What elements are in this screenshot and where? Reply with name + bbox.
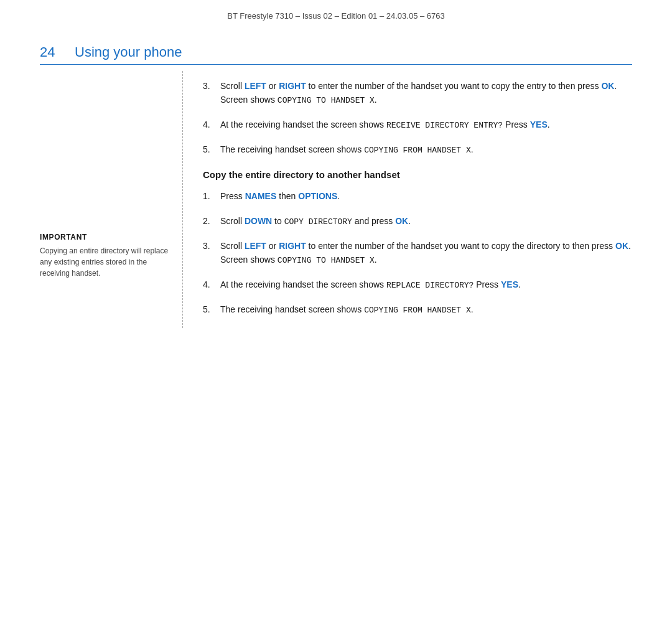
- keyword-ok: OK: [615, 241, 628, 251]
- keyword-yes: YES: [501, 279, 518, 289]
- step-text: Press NAMES then OPTIONS.: [220, 190, 632, 204]
- step-num: 2.: [203, 215, 215, 228]
- keyword-yes: YES: [530, 120, 548, 129]
- page-header: BT Freestyle 7310 – Issus 02 – Edition 0…: [0, 0, 672, 27]
- step-text: At the receiving handset the screen show…: [220, 118, 632, 132]
- screen-text: COPYING FROM HANDSET X: [364, 306, 471, 315]
- step-num: 1.: [203, 190, 215, 204]
- step-num: 5.: [203, 303, 215, 317]
- keyword-down: DOWN: [245, 216, 272, 226]
- step-3-entry: 3. Scroll LEFT or RIGHT to enter the num…: [203, 80, 632, 107]
- chapter-title: Using your phone: [75, 44, 182, 60]
- chapter-number: 24: [40, 44, 62, 60]
- keyword-names: NAMES: [245, 191, 277, 201]
- step-text: The receiving handset screen shows COPYI…: [220, 143, 632, 157]
- important-text: Copying an entire directory will replace…: [40, 245, 170, 279]
- page-container: BT Freestyle 7310 – Issus 02 – Edition 0…: [0, 0, 672, 638]
- keyword-right: RIGHT: [279, 241, 306, 251]
- header-text: BT Freestyle 7310 – Issus 02 – Edition 0…: [227, 11, 445, 21]
- step-4-dir: 4. At the receiving handset the screen s…: [203, 278, 632, 292]
- step-1-dir: 1. Press NAMES then OPTIONS.: [203, 190, 632, 204]
- step-text: Scroll LEFT or RIGHT to enter the number…: [220, 240, 632, 267]
- copy-directory-heading: Copy the entire directory to another han…: [203, 169, 632, 180]
- step-text: Scroll DOWN to COPY DIRECTORY and press …: [220, 215, 632, 228]
- step-5-entry: 5. The receiving handset screen shows CO…: [203, 143, 632, 157]
- keyword-ok: OK: [395, 216, 408, 226]
- step-num: 3.: [203, 240, 215, 267]
- copy-directory-steps: 1. Press NAMES then OPTIONS. 2. Scroll D…: [203, 190, 632, 317]
- step-2-dir: 2. Scroll DOWN to COPY DIRECTORY and pre…: [203, 215, 632, 228]
- copy-entry-steps: 3. Scroll LEFT or RIGHT to enter the num…: [203, 80, 632, 157]
- content-area: IMPORTANT Copying an entire directory wi…: [0, 65, 672, 353]
- step-3-dir: 3. Scroll LEFT or RIGHT to enter the num…: [203, 240, 632, 267]
- step-num: 5.: [203, 143, 215, 157]
- screen-text: COPYING FROM HANDSET X: [364, 146, 471, 155]
- keyword-options: OPTIONS: [298, 191, 337, 201]
- chapter-header: 24 Using your phone: [0, 27, 672, 60]
- step-4-entry: 4. At the receiving handset the screen s…: [203, 118, 632, 132]
- keyword-right: RIGHT: [279, 81, 306, 91]
- screen-text: COPY DIRECTORY: [284, 217, 352, 227]
- keyword-ok: OK: [601, 81, 614, 91]
- important-label: IMPORTANT: [40, 233, 170, 242]
- step-5-dir: 5. The receiving handset screen shows CO…: [203, 303, 632, 317]
- main-content: 3. Scroll LEFT or RIGHT to enter the num…: [183, 71, 632, 328]
- keyword-left: LEFT: [245, 81, 266, 91]
- step-num: 3.: [203, 80, 215, 107]
- sidebar: IMPORTANT Copying an entire directory wi…: [40, 71, 183, 328]
- step-num: 4.: [203, 118, 215, 132]
- screen-text: RECEIVE DIRECTORY ENTRY?: [386, 121, 503, 130]
- step-text: Scroll LEFT or RIGHT to enter the number…: [220, 80, 632, 107]
- step-text: At the receiving handset the screen show…: [220, 278, 632, 292]
- screen-text: REPLACE DIRECTORY?: [386, 281, 474, 290]
- step-num: 4.: [203, 278, 215, 292]
- screen-text: COPYING TO HANDSET X: [278, 96, 375, 105]
- keyword-left: LEFT: [245, 241, 266, 251]
- step-text: The receiving handset screen shows COPYI…: [220, 303, 632, 317]
- screen-text: COPYING TO HANDSET X: [278, 256, 375, 265]
